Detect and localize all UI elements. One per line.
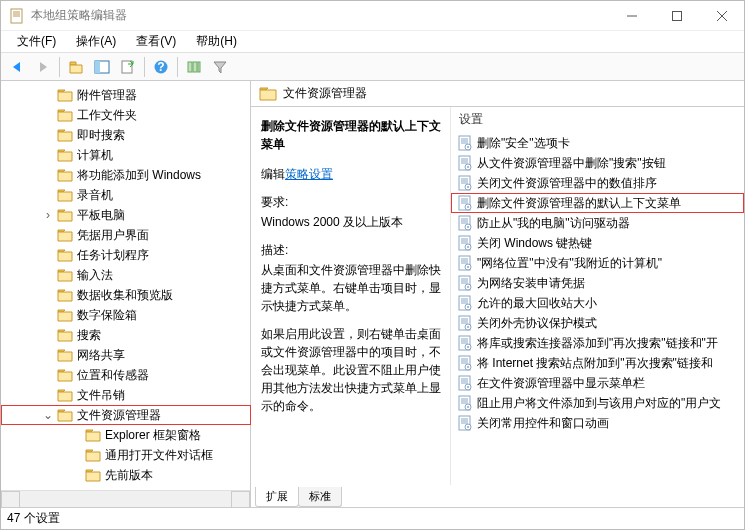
tab-standard[interactable]: 标准 [298, 487, 342, 507]
toolbar: ? [1, 53, 744, 81]
setting-item[interactable]: 关闭外壳协议保护模式 [451, 313, 744, 333]
svg-point-57 [467, 266, 469, 268]
tree-node-label: 凭据用户界面 [77, 227, 149, 244]
up-button[interactable] [64, 55, 88, 79]
setting-item-label: 删除"安全"选项卡 [477, 135, 570, 152]
settings-list[interactable]: 删除"安全"选项卡从文件资源管理器中删除"搜索"按钮关闭文件资源管理器中的数值排… [451, 133, 744, 485]
tree-node[interactable]: 即时搜索 [1, 125, 251, 145]
app-icon [9, 8, 25, 24]
tree-node[interactable]: 任务计划程序 [1, 245, 251, 265]
close-button[interactable] [699, 1, 744, 31]
tree-node-label: 将功能添加到 Windows [77, 167, 201, 184]
toolbar-separator [177, 57, 178, 77]
setting-item[interactable]: 从文件资源管理器中删除"搜索"按钮 [451, 153, 744, 173]
svg-text:?: ? [157, 60, 164, 74]
setting-item[interactable]: 将库或搜索连接器添加到"再次搜索"链接和"开 [451, 333, 744, 353]
setting-item-highlighted[interactable]: 删除文件资源管理器的默认上下文菜单 [451, 193, 744, 213]
setting-item[interactable]: 删除"安全"选项卡 [451, 133, 744, 153]
setting-item-label: 允许的最大回收站大小 [477, 295, 597, 312]
setting-item[interactable]: "网络位置"中没有"我附近的计算机" [451, 253, 744, 273]
tree-node[interactable]: 通用打开文件对话框 [1, 445, 251, 465]
forward-button[interactable] [31, 55, 55, 79]
toolbar-separator [59, 57, 60, 77]
svg-point-105 [467, 426, 469, 428]
tree-node[interactable]: 录音机 [1, 185, 251, 205]
svg-rect-14 [193, 62, 197, 72]
tree-node[interactable]: 先前版本 [1, 465, 251, 485]
svg-point-21 [467, 146, 469, 148]
content-header: 文件资源管理器 [251, 81, 744, 106]
menu-file[interactable]: 文件(F) [7, 31, 66, 52]
tree-node-label: 先前版本 [105, 467, 153, 484]
selected-policy-title: 删除文件资源管理器的默认上下文菜单 [261, 117, 442, 153]
tree-node[interactable]: 附件管理器 [1, 85, 251, 105]
tree-node[interactable]: 工作文件夹 [1, 105, 251, 125]
titlebar: 本地组策略编辑器 [1, 1, 744, 31]
back-button[interactable] [5, 55, 29, 79]
settings-column-header[interactable]: 设置 [451, 107, 744, 133]
settings-column: 设置 删除"安全"选项卡从文件资源管理器中删除"搜索"按钮关闭文件资源管理器中的… [451, 107, 744, 485]
tree-node[interactable]: 计算机 [1, 145, 251, 165]
tree-node[interactable]: 搜索 [1, 325, 251, 345]
tree-node-label: 录音机 [77, 187, 113, 204]
tree-expander-icon[interactable]: ⌄ [41, 408, 55, 422]
tree-node[interactable]: 数据收集和预览版 [1, 285, 251, 305]
svg-point-81 [467, 346, 469, 348]
tree-expander-icon[interactable]: › [41, 208, 55, 222]
svg-rect-13 [188, 62, 192, 72]
menu-help[interactable]: 帮助(H) [186, 31, 247, 52]
svg-point-45 [467, 226, 469, 228]
setting-item[interactable]: 为网络安装申请凭据 [451, 273, 744, 293]
tree-node[interactable]: 凭据用户界面 [1, 225, 251, 245]
minimize-button[interactable] [609, 1, 654, 31]
setting-item-label: 关闭常用控件和窗口动画 [477, 415, 609, 432]
menu-view[interactable]: 查看(V) [126, 31, 186, 52]
setting-item[interactable]: 在文件资源管理器中显示菜单栏 [451, 373, 744, 393]
svg-point-75 [467, 326, 469, 328]
help-button[interactable]: ? [149, 55, 173, 79]
tree-node[interactable]: 位置和传感器 [1, 365, 251, 385]
setting-item[interactable]: 将 Internet 搜索站点附加到"再次搜索"链接和 [451, 353, 744, 373]
toolbar-separator [144, 57, 145, 77]
menu-action[interactable]: 操作(A) [66, 31, 126, 52]
tree-node-label: 数据收集和预览版 [77, 287, 173, 304]
maximize-button[interactable] [654, 1, 699, 31]
setting-item[interactable]: 阻止用户将文件添加到与该用户对应的"用户文 [451, 393, 744, 413]
options-button[interactable] [182, 55, 206, 79]
tree-node[interactable]: 数字保险箱 [1, 305, 251, 325]
svg-point-39 [467, 206, 469, 208]
tree-horizontal-scrollbar[interactable] [1, 490, 250, 507]
setting-item[interactable]: 允许的最大回收站大小 [451, 293, 744, 313]
setting-item[interactable]: 关闭常用控件和窗口动画 [451, 413, 744, 433]
tree-pane[interactable]: 附件管理器工作文件夹即时搜索计算机将功能添加到 Windows录音机›平板电脑凭… [1, 81, 251, 490]
tree-node-label: 任务计划程序 [77, 247, 149, 264]
svg-point-63 [467, 286, 469, 288]
show-hide-tree-button[interactable] [90, 55, 114, 79]
tree-node-label: 输入法 [77, 267, 113, 284]
setting-item[interactable]: 防止从"我的电脑"访问驱动器 [451, 213, 744, 233]
setting-item-label: 在文件资源管理器中显示菜单栏 [477, 375, 645, 392]
tree-node[interactable]: ›平板电脑 [1, 205, 251, 225]
svg-rect-9 [95, 61, 100, 73]
tree-node[interactable]: 文件吊销 [1, 385, 251, 405]
filter-button[interactable] [208, 55, 232, 79]
svg-point-69 [467, 306, 469, 308]
edit-policy-link[interactable]: 策略设置 [285, 167, 333, 181]
tree-node-selected[interactable]: ⌄文件资源管理器 [1, 405, 251, 425]
tree-node[interactable]: Explorer 框架窗格 [1, 425, 251, 445]
window-controls [609, 1, 744, 31]
setting-item-label: 关闭文件资源管理器中的数值排序 [477, 175, 657, 192]
tree-node[interactable]: 网络共享 [1, 345, 251, 365]
setting-item[interactable]: 关闭文件资源管理器中的数值排序 [451, 173, 744, 193]
setting-item-label: 为网络安装申请凭据 [477, 275, 585, 292]
tree-node[interactable]: 输入法 [1, 265, 251, 285]
setting-item[interactable]: 关闭 Windows 键热键 [451, 233, 744, 253]
export-button[interactable] [116, 55, 140, 79]
setting-item-label: 关闭外壳协议保护模式 [477, 315, 597, 332]
tab-extended[interactable]: 扩展 [255, 487, 299, 507]
tab-bar: 扩展 标准 [251, 485, 744, 507]
tree-node-label: 平板电脑 [77, 207, 125, 224]
requirements-label: 要求: [261, 193, 442, 211]
edit-policy-row: 编辑策略设置 [261, 165, 442, 183]
tree-node[interactable]: 将功能添加到 Windows [1, 165, 251, 185]
